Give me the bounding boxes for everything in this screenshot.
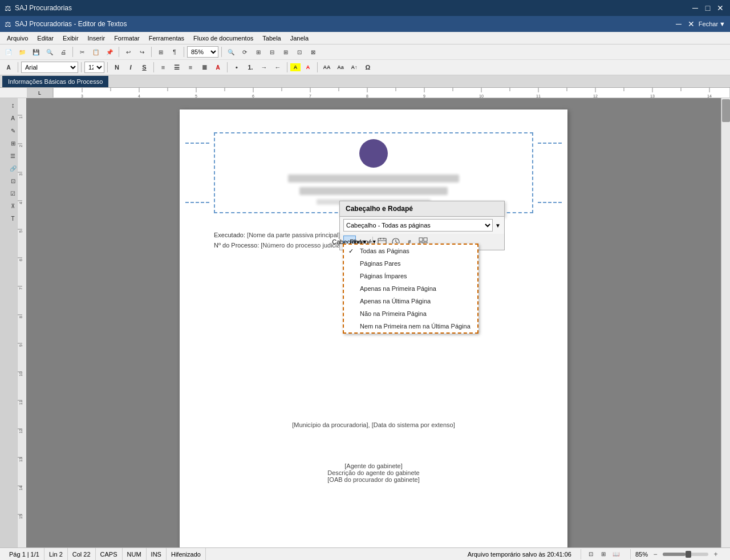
table-button[interactable]: ⊞ — [155, 46, 167, 58]
popup-select-row: Cabeçalho - Todas as páginas Cabeçalho -… — [339, 217, 505, 234]
underline-button[interactable]: S — [138, 61, 151, 74]
split-cells-button[interactable]: ⊠ — [307, 46, 319, 58]
align-center-button[interactable]: ☰ — [171, 61, 183, 74]
insert-table-button[interactable]: ⊞ — [252, 46, 265, 58]
toolbar-separator-3 — [151, 47, 152, 57]
highlight-button[interactable]: A — [290, 63, 301, 71]
dropdown-paginas-impares[interactable]: Páginas Ímpares — [344, 270, 477, 282]
header-type-select[interactable]: Cabeçalho - Todas as páginas Cabeçalho -… — [343, 219, 493, 232]
svg-text:8: 8 — [19, 316, 23, 318]
menu-arquivo[interactable]: Arquivo — [2, 34, 33, 43]
font-name-select[interactable]: Arial Times New Roman — [21, 62, 78, 73]
maximize-button[interactable]: □ — [703, 3, 713, 13]
sidebar-tool-9[interactable]: ⊼ — [8, 201, 18, 211]
dropdown-nao-primeira[interactable]: Não na Primeira Página — [344, 307, 477, 320]
zoom-select[interactable]: 85% 100% 75% — [187, 46, 218, 58]
close-button[interactable]: ✕ — [715, 3, 725, 13]
char-color-button[interactable]: A — [302, 61, 314, 74]
menu-tabela[interactable]: Tabela — [258, 34, 285, 43]
special-button[interactable]: A↑ — [348, 61, 360, 74]
dropdown-primeira-pagina[interactable]: Apenas na Primeira Página — [344, 282, 477, 295]
menu-ferramentas[interactable]: Ferramentas — [144, 34, 189, 43]
align-left-button[interactable]: ≡ — [157, 61, 169, 74]
font-color-button[interactable]: A — [212, 61, 224, 74]
tab-bar: Informações Básicas do Processo — [0, 75, 730, 88]
sidebar-tool-4[interactable]: ⊞ — [8, 138, 18, 148]
menu-formatar[interactable]: Formatar — [110, 34, 144, 43]
insert-col-button[interactable]: ⊟ — [266, 46, 278, 58]
menu-inserir[interactable]: Inserir — [83, 34, 110, 43]
bullet-list-button[interactable]: • — [230, 61, 243, 74]
svg-text:10: 10 — [479, 94, 484, 98]
menu-janela[interactable]: Janela — [286, 34, 313, 43]
vertical-ruler: 1 2 3 4 5 6 7 8 9 10 11 — [17, 98, 26, 549]
editor-close-button[interactable]: ✕ — [686, 19, 696, 29]
insert-row-button[interactable]: ⊞ — [279, 46, 292, 58]
svg-text:6: 6 — [19, 259, 23, 261]
print-preview-button[interactable]: 🔍 — [43, 46, 56, 58]
menu-editar[interactable]: Editar — [33, 34, 58, 43]
svg-text:12: 12 — [19, 429, 23, 433]
indent-decrease-button[interactable]: ← — [271, 61, 284, 74]
minimize-button[interactable]: ─ — [690, 3, 700, 13]
document-area[interactable]: Executado: [Nome da parte passiva princi… — [26, 98, 721, 549]
search-button[interactable]: 🔍 — [225, 46, 237, 58]
zoom-slider-thumb[interactable] — [686, 551, 691, 558]
sidebar-tool-5[interactable]: ☰ — [8, 151, 18, 161]
numbered-list-button[interactable]: 1. — [244, 61, 257, 74]
paste-button[interactable]: 📌 — [103, 46, 116, 58]
replace-button[interactable]: ⟳ — [238, 46, 251, 58]
sidebar-tool-7[interactable]: ⊡ — [8, 176, 18, 186]
redo-button[interactable]: ↪ — [136, 46, 148, 58]
fechar-button[interactable]: Fechar ▼ — [699, 21, 725, 27]
new-button[interactable]: 📄 — [2, 46, 15, 58]
merge-cells-button[interactable]: ⊡ — [293, 46, 306, 58]
document-page: Executado: [Nome da parte passiva princi… — [180, 109, 567, 549]
save-button[interactable]: 💾 — [30, 46, 42, 58]
svg-text:4: 4 — [19, 202, 23, 204]
lowercase-button[interactable]: Aa — [334, 61, 347, 74]
zoom-out-button[interactable]: − — [650, 549, 660, 559]
dropdown-paginas-pares[interactable]: Páginas Pares — [344, 257, 477, 270]
svg-text:13: 13 — [19, 457, 23, 462]
editor-minimize-button[interactable]: ─ — [674, 19, 684, 29]
menu-fluxo[interactable]: Fluxo de documentos — [189, 34, 258, 43]
undo-button[interactable]: ↩ — [122, 46, 135, 58]
omega-button[interactable]: Ω — [362, 61, 374, 74]
view-book-button[interactable]: 📖 — [611, 549, 621, 559]
sidebar-tool-3[interactable]: ✎ — [8, 125, 18, 136]
zoom-slider-track[interactable] — [663, 553, 708, 556]
main-tab[interactable]: Informações Básicas do Processo — [2, 76, 108, 87]
bold-button[interactable]: N — [111, 61, 123, 74]
sidebar-tool-8[interactable]: ☑ — [8, 188, 18, 198]
signature-area: [Agente do gabinete] Descrição do agente… — [214, 462, 533, 483]
sidebar-tool-6[interactable]: 🔗 — [8, 163, 18, 173]
align-justify-button[interactable]: ≣ — [198, 61, 210, 74]
sidebar-tool-10[interactable]: T — [8, 213, 18, 224]
menu-exibir[interactable]: Exibir — [58, 34, 83, 43]
ruler-corner[interactable]: L — [38, 90, 41, 96]
open-button[interactable]: 📁 — [16, 46, 29, 58]
dropdown-todas-paginas[interactable]: Todas as Páginas — [344, 245, 477, 257]
italic-button[interactable]: I — [124, 61, 137, 74]
vertical-scrollbar[interactable] — [721, 98, 730, 549]
copy-button[interactable]: 📋 — [90, 46, 102, 58]
style-button[interactable]: A — [2, 61, 15, 74]
zoom-in-button[interactable]: + — [711, 549, 721, 559]
view-page-button[interactable]: ⊡ — [586, 549, 596, 559]
show-formatting-button[interactable]: ¶ — [168, 46, 181, 58]
align-right-button[interactable]: ≡ — [184, 61, 197, 74]
dropdown-ultima-pagina[interactable]: Apenas na Última Página — [344, 295, 477, 307]
sidebar-tool-1[interactable]: ↕ — [8, 100, 18, 111]
dropdown-nem-primeira-nem-ultima[interactable]: Nem na Primeira nem na Última Página — [344, 320, 477, 332]
indent-increase-button[interactable]: → — [258, 61, 270, 74]
print-button[interactable]: 🖨 — [57, 46, 70, 58]
cut-button[interactable]: ✂ — [76, 46, 88, 58]
sidebar-tool-2[interactable]: A — [8, 113, 18, 123]
svg-text:12: 12 — [593, 94, 598, 98]
view-two-pages-button[interactable]: ⊞ — [598, 549, 609, 559]
uppercase-button[interactable]: AA — [321, 61, 333, 74]
scrollbar-thumb[interactable] — [722, 99, 730, 122]
svg-text:1: 1 — [19, 116, 23, 119]
font-size-select[interactable]: 12 10 14 — [84, 62, 104, 73]
